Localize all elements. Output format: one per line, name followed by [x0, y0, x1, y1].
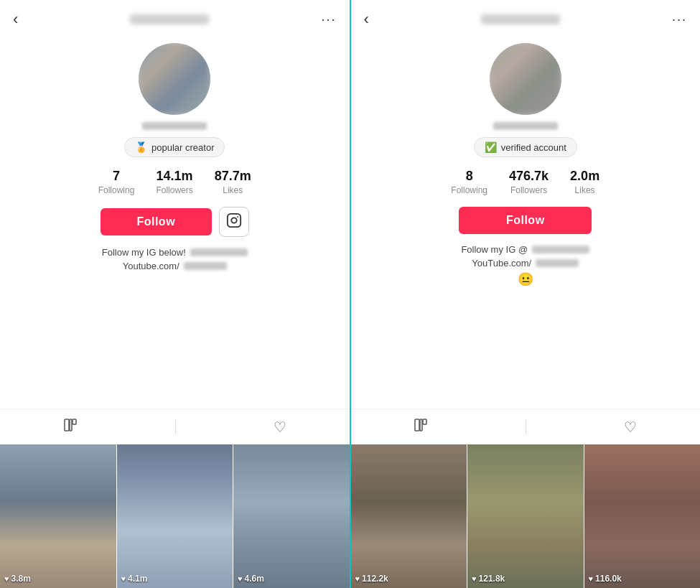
left-bottom-nav: ♡	[0, 409, 350, 444]
right-bio-line2: YouTube.com/	[461, 258, 589, 269]
right-nav-divider	[526, 420, 526, 434]
left-panel: ‹ ··· 🏅 popular creator 7 Following 14.1…	[0, 0, 351, 588]
right-video-1[interactable]: ♥ 112.2k	[351, 444, 467, 588]
right-bio-line1: Follow my IG @	[461, 244, 589, 255]
left-following-count: 7	[113, 169, 120, 184]
svg-rect-3	[65, 419, 69, 431]
left-badge-text: popular creator	[151, 142, 214, 153]
right-stat-followers: 476.7k Followers	[509, 169, 549, 195]
left-more-button[interactable]: ···	[321, 12, 336, 27]
svg-rect-8	[423, 419, 426, 424]
left-handle-display	[142, 122, 207, 130]
left-bio-line1: Follow my IG below!	[102, 247, 248, 258]
right-video-grid: ♥ 112.2k ♥ 121.8k ♥ 116.0k	[351, 444, 701, 588]
left-grid-icon[interactable]	[63, 418, 78, 436]
left-back-button[interactable]: ‹	[13, 10, 18, 29]
right-bio-line1-text: Follow my IG @	[461, 244, 528, 255]
right-video-1-heart-icon: ♥	[355, 574, 360, 583]
svg-rect-0	[228, 213, 241, 226]
left-top-bar: ‹ ···	[0, 0, 350, 36]
right-bio-emoji: 😐	[518, 271, 533, 287]
right-badge: ✅ verified account	[474, 137, 577, 157]
left-video-2-heart-icon: ♥	[121, 574, 126, 583]
right-video-3-heart-icon: ♥	[589, 574, 594, 583]
right-followers-count: 476.7k	[509, 169, 549, 184]
right-more-button[interactable]: ···	[672, 12, 687, 27]
left-video-1-likes: ♥ 3.8m	[4, 574, 31, 584]
left-badge-icon: 🏅	[135, 141, 147, 153]
left-video-3-likes: ♥ 4.6m	[238, 574, 264, 584]
left-bio-line1-text: Follow my IG below!	[102, 247, 186, 258]
left-video-3-heart-icon: ♥	[238, 574, 243, 583]
left-bio-ig-handle	[190, 248, 248, 256]
left-likes-count: 87.7m	[215, 169, 251, 184]
left-bio-youtube-handle	[184, 262, 227, 270]
right-followers-label: Followers	[510, 185, 547, 195]
right-video-2[interactable]: ♥ 121.8k	[467, 444, 584, 588]
left-bio: Follow my IG below! Youtube.com/	[90, 247, 259, 274]
right-badge-text: verified account	[501, 142, 566, 153]
right-following-count: 8	[466, 169, 473, 184]
right-bio-youtube-handle	[536, 259, 579, 267]
left-video-grid: ♥ 3.8m ♥ 4.1m ♥ 4.6m	[0, 444, 350, 588]
left-username-display	[130, 14, 209, 24]
left-video-2-likes: ♥ 4.1m	[121, 574, 148, 584]
instagram-icon	[226, 213, 242, 232]
left-following-label: Following	[98, 185, 135, 195]
left-stat-followers: 14.1m Followers	[156, 169, 192, 195]
left-likes-label: Likes	[223, 185, 243, 195]
main-container: ‹ ··· 🏅 popular creator 7 Following 14.1…	[0, 0, 700, 588]
left-bio-line2-text: Youtube.com/	[123, 261, 179, 271]
svg-point-1	[231, 218, 236, 223]
right-stat-following: 8 Following	[451, 169, 487, 195]
left-bio-line2: Youtube.com/	[102, 261, 248, 271]
right-follow-button[interactable]: Follow	[459, 207, 592, 234]
right-username-display	[481, 14, 560, 24]
right-back-button[interactable]: ‹	[364, 10, 369, 29]
right-panel: ‹ ··· ✅ verified account 8 Following 476…	[351, 0, 701, 588]
left-profile-section: 🏅 popular creator 7 Following 14.1m Foll…	[0, 36, 350, 281]
left-video-1[interactable]: ♥ 3.8m	[0, 444, 116, 588]
left-heart-icon[interactable]: ♡	[274, 419, 286, 436]
right-video-3[interactable]: ♥ 116.0k	[584, 444, 701, 588]
svg-point-2	[237, 216, 238, 218]
left-video-2[interactable]: ♥ 4.1m	[116, 444, 233, 588]
left-stats-row: 7 Following 14.1m Followers 87.7m Likes	[14, 169, 335, 195]
right-stat-likes: 2.0m Likes	[570, 169, 599, 195]
left-video-3[interactable]: ♥ 4.6m	[233, 444, 350, 588]
right-bio: Follow my IG @ YouTube.com/ 😐	[449, 244, 601, 290]
left-instagram-button[interactable]	[219, 207, 249, 237]
right-handle-display	[493, 122, 558, 130]
svg-rect-7	[420, 419, 422, 431]
right-video-3-likes: ♥ 116.0k	[589, 574, 622, 584]
right-badge-icon: ✅	[485, 141, 497, 153]
right-likes-label: Likes	[575, 185, 595, 195]
left-stat-following: 7 Following	[98, 169, 135, 195]
right-profile-section: ✅ verified account 8 Following 476.7k Fo…	[351, 36, 701, 297]
right-heart-icon[interactable]: ♡	[624, 419, 637, 436]
right-bio-ig-handle	[532, 246, 589, 253]
left-avatar	[139, 43, 210, 115]
left-followers-label: Followers	[156, 185, 192, 195]
right-bio-emoji-line: 😐	[461, 271, 589, 287]
right-bottom-nav: ♡	[351, 409, 701, 444]
left-video-1-heart-icon: ♥	[4, 574, 9, 583]
right-bio-line2-text: YouTube.com/	[472, 258, 531, 269]
left-badge: 🏅 popular creator	[124, 137, 225, 157]
right-top-bar: ‹ ···	[351, 0, 701, 36]
svg-rect-6	[415, 419, 419, 431]
left-action-row: Follow	[101, 207, 249, 237]
right-video-1-likes: ♥ 112.2k	[355, 574, 388, 584]
right-video-2-heart-icon: ♥	[472, 574, 477, 583]
right-stats-row: 8 Following 476.7k Followers 2.0m Likes	[365, 169, 686, 195]
right-grid-icon[interactable]	[414, 418, 428, 436]
left-follow-button[interactable]: Follow	[101, 208, 212, 235]
svg-rect-4	[70, 419, 72, 431]
left-followers-count: 14.1m	[157, 169, 193, 184]
right-video-2-likes: ♥ 121.8k	[472, 574, 505, 584]
left-nav-divider	[175, 420, 176, 434]
right-following-label: Following	[451, 185, 487, 195]
svg-rect-5	[73, 419, 76, 424]
right-action-row: Follow	[459, 207, 592, 234]
right-likes-count: 2.0m	[570, 169, 599, 184]
